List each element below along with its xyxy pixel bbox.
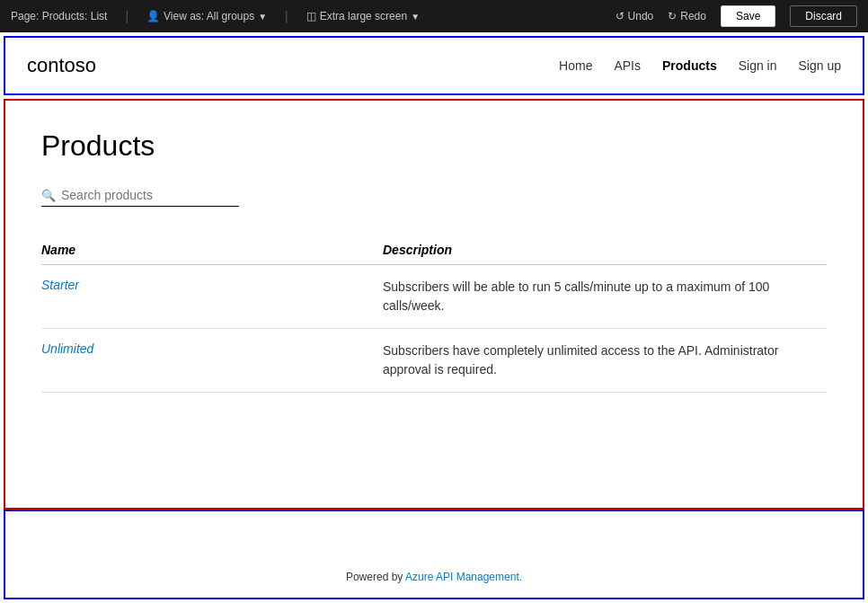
view-as-selector[interactable]: 👤 View as: All groups ▼ [146,10,267,22]
redo-button[interactable]: ↻ Redo [668,10,706,22]
toolbar: Page: Products: List | 👤 View as: All gr… [0,0,868,32]
col-header-description: Description [383,235,827,265]
view-label: View as: All groups [164,10,254,22]
main-content: Products 🔍 Name Description StarterSubsc… [5,101,863,429]
header-section: contoso Home APIs Products Sign in Sign … [4,36,864,95]
chevron-down-icon: ▼ [258,12,267,22]
products-table: Name Description StarterSubscribers will… [41,235,827,393]
search-icon: 🔍 [41,189,56,202]
search-container[interactable]: 🔍 [41,188,239,207]
product-link[interactable]: Unlimited [41,341,93,356]
separator-1: | [125,9,128,23]
undo-button[interactable]: ↺ Undo [616,10,654,22]
redo-label: Redo [680,10,706,22]
nav-apis[interactable]: APIs [614,58,641,73]
nav-home[interactable]: Home [559,58,592,73]
table-row: UnlimitedSubscribers have completely unl… [41,329,827,393]
screen-icon: ◫ [306,10,316,22]
screen-label: Extra large screen [320,10,407,22]
footer-section: Powered by Azure API Management. [4,510,864,599]
screen-size-selector[interactable]: ◫ Extra large screen ▼ [306,10,420,22]
undo-icon: ↺ [616,10,624,22]
page-wrapper: contoso Home APIs Products Sign in Sign … [0,32,868,603]
redo-icon: ↻ [668,10,677,22]
discard-button[interactable]: Discard [790,5,857,27]
product-description-cell: Subscribers have completely unlimited ac… [383,329,827,393]
site-nav: Home APIs Products Sign in Sign up [559,58,841,73]
footer-text: Powered by Azure API Management. [346,571,522,583]
site-header: contoso Home APIs Products Sign in Sign … [5,38,863,93]
nav-signin[interactable]: Sign in [739,58,777,73]
product-link[interactable]: Starter [41,278,79,292]
page-label: Page: Products: List [11,10,107,22]
page-title: Products [41,129,827,163]
chevron-down-icon-2: ▼ [411,12,420,22]
main-section: Products 🔍 Name Description StarterSubsc… [4,99,864,510]
search-input[interactable] [61,188,239,202]
table-row: StarterSubscribers will be able to run 5… [41,265,827,329]
product-name-cell: Starter [41,265,383,329]
product-description-cell: Subscribers will be able to run 5 calls/… [383,265,827,329]
site-logo: contoso [27,54,559,77]
nav-products[interactable]: Products [662,58,717,73]
undo-label: Undo [628,10,654,22]
separator-2: | [285,9,288,23]
nav-signup[interactable]: Sign up [799,58,841,73]
col-header-name: Name [41,235,383,265]
footer-link[interactable]: Azure API Management. [405,571,522,583]
view-icon: 👤 [146,10,160,22]
product-name-cell: Unlimited [41,329,383,393]
footer-static-text: Powered by [346,571,405,583]
table-header-row: Name Description [41,235,827,265]
save-button[interactable]: Save [721,5,775,27]
